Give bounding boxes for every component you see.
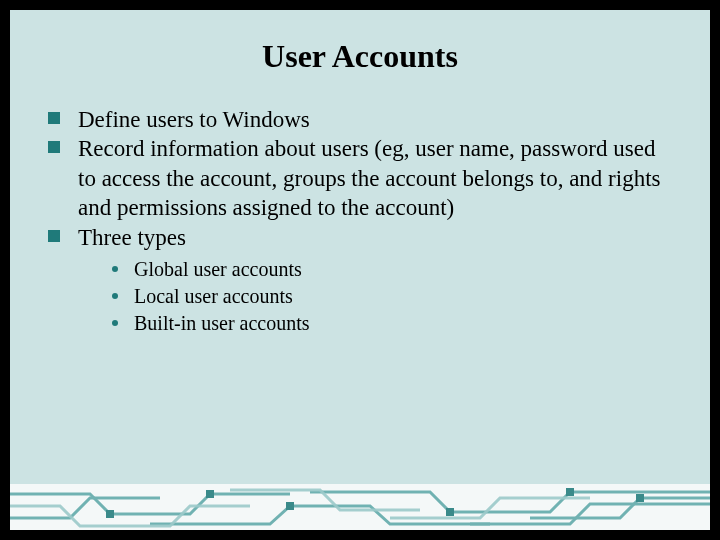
circuit-decoration-icon xyxy=(10,484,710,530)
list-item-text: Local user accounts xyxy=(134,285,293,307)
slide-content: Define users to Windows Record informati… xyxy=(10,105,710,337)
list-item: Define users to Windows xyxy=(48,105,672,134)
square-bullet-icon xyxy=(48,230,60,242)
slide-body: User Accounts Define users to Windows Re… xyxy=(10,10,710,484)
list-item-text: Built-in user accounts xyxy=(134,312,310,334)
list-item: Local user accounts xyxy=(112,283,672,310)
svg-rect-2 xyxy=(286,502,294,510)
svg-rect-0 xyxy=(106,510,114,518)
list-item: Built-in user accounts xyxy=(112,310,672,337)
sub-bullet-list: Global user accounts Local user accounts… xyxy=(78,256,672,337)
list-item-text: Record information about users (eg, user… xyxy=(78,136,661,220)
dot-bullet-icon xyxy=(112,320,118,326)
svg-rect-1 xyxy=(206,490,214,498)
slide-footer-graphic xyxy=(10,484,710,530)
svg-rect-5 xyxy=(636,494,644,502)
svg-rect-3 xyxy=(446,508,454,516)
slide-frame: User Accounts Define users to Windows Re… xyxy=(8,8,712,532)
list-item: Global user accounts xyxy=(112,256,672,283)
square-bullet-icon xyxy=(48,112,60,124)
list-item: Record information about users (eg, user… xyxy=(48,134,672,222)
bullet-list: Define users to Windows Record informati… xyxy=(48,105,672,337)
list-item-text: Three types xyxy=(78,225,186,250)
svg-rect-4 xyxy=(566,488,574,496)
square-bullet-icon xyxy=(48,141,60,153)
list-item-text: Global user accounts xyxy=(134,258,302,280)
list-item: Three types Global user accounts Local u… xyxy=(48,223,672,337)
dot-bullet-icon xyxy=(112,266,118,272)
slide-title: User Accounts xyxy=(10,38,710,75)
list-item-text: Define users to Windows xyxy=(78,107,310,132)
dot-bullet-icon xyxy=(112,293,118,299)
